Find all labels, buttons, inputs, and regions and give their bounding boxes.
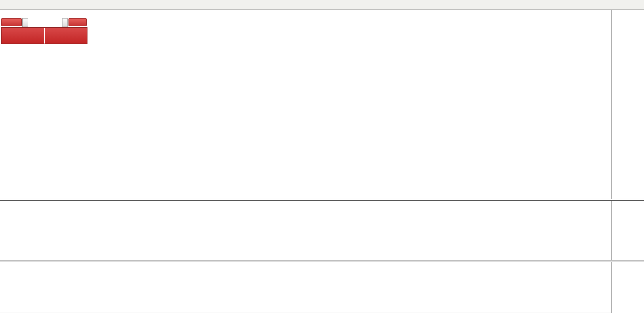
main-chart-canvas[interactable] [0,10,612,199]
volume-stepper [22,18,68,27]
buy-button[interactable] [68,18,87,26]
pane-splitter-rsi[interactable] [0,260,644,262]
price-axis[interactable] [612,10,644,313]
sell-price-display[interactable] [2,28,44,44]
one-click-trade-panel [1,18,87,44]
macd-pane-canvas[interactable] [0,201,612,260]
sell-button[interactable] [1,18,22,26]
toolbar [0,0,644,10]
volume-decrease-button[interactable] [23,18,28,27]
time-axis[interactable] [0,313,612,321]
volume-increase-button[interactable] [62,18,68,27]
chart-window [0,10,644,321]
buy-price-display[interactable] [45,28,87,44]
chart-header [3,12,7,17]
pane-splitter-macd[interactable] [0,199,644,201]
rsi-pane-canvas[interactable] [0,262,612,313]
